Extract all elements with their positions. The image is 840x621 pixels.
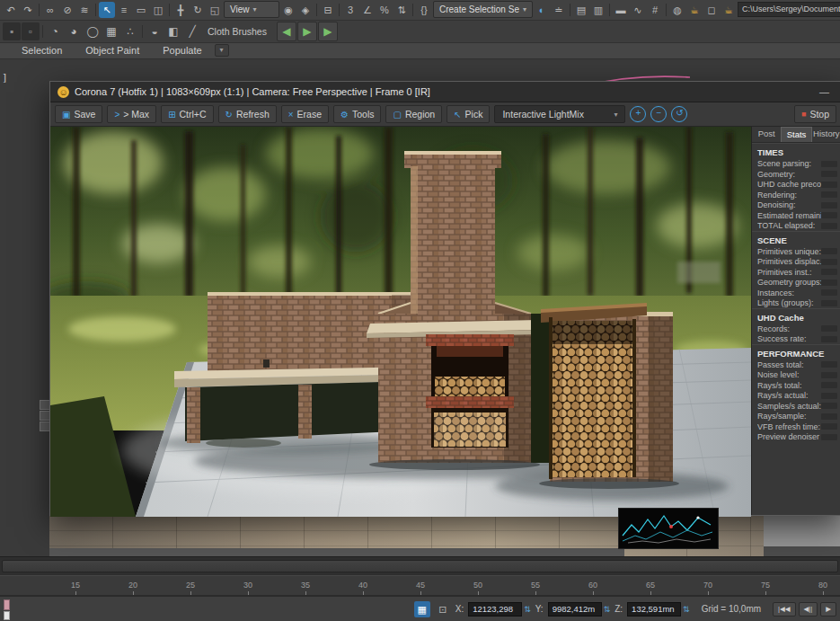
paint-fill-icon[interactable]: ◕ xyxy=(65,22,83,40)
refresh-button[interactable]: ↻Refresh xyxy=(218,105,277,123)
selection-lock-icon[interactable]: ⊡ xyxy=(435,601,451,617)
render-canvas[interactable] xyxy=(50,127,751,517)
ribbon-config-caret-icon[interactable]: ▾ xyxy=(215,44,229,57)
erase-button[interactable]: ×Erase xyxy=(281,105,329,123)
tab-object-paint[interactable]: Object Paint xyxy=(75,43,150,58)
stat-value xyxy=(821,300,837,306)
copy-button[interactable]: ⊞Ctrl+C xyxy=(161,105,213,123)
angle-snap-icon[interactable]: ∠ xyxy=(359,2,376,18)
create-selection-set-value: Create Selection Se xyxy=(439,4,519,14)
zoom-out-icon[interactable]: − xyxy=(650,106,667,122)
stop-render-button[interactable]: ■ Stop xyxy=(794,105,836,123)
material-editor-icon[interactable]: ◍ xyxy=(669,2,685,18)
object-paint-icon[interactable]: ◔ xyxy=(46,22,64,40)
send-to-max-button[interactable]: >> Max xyxy=(107,105,156,123)
workspace-switch-icon[interactable]: ▫ xyxy=(22,22,40,40)
stat-value xyxy=(821,336,837,342)
scene-menu-icon[interactable]: ▪ xyxy=(3,22,21,40)
undo-icon[interactable]: ↶ xyxy=(3,2,19,18)
select-and-link-icon[interactable]: ∞ xyxy=(42,2,58,18)
stat-value xyxy=(821,248,837,254)
pick-button[interactable]: ↖Pick xyxy=(447,105,490,123)
grid-size-label: Grid = 10,0mm xyxy=(702,604,761,614)
listener-macro-pane[interactable] xyxy=(4,599,10,610)
rendered-frame-window-icon[interactable]: ◻ xyxy=(703,2,720,18)
curve-editor-icon[interactable]: ∿ xyxy=(630,2,646,18)
percent-snap-icon[interactable]: % xyxy=(376,2,393,18)
scene-explorer-icon[interactable]: ▤ xyxy=(573,2,589,18)
toolbar-separator xyxy=(412,4,413,16)
chevron-down-icon: ▾ xyxy=(614,111,617,119)
select-object-icon[interactable]: ↖ xyxy=(99,2,115,18)
time-slider[interactable] xyxy=(0,556,840,575)
isolate-selection-icon[interactable]: ▦ xyxy=(414,601,430,617)
create-selection-set-dropdown[interactable]: Create Selection Se ▾ xyxy=(433,1,533,18)
named-selection-sets-icon[interactable]: {} xyxy=(416,2,432,18)
lightmix-dropdown[interactable]: Interactive LightMix ▾ xyxy=(494,105,625,123)
listener-script-pane[interactable] xyxy=(4,611,10,620)
tab-stats[interactable]: Stats xyxy=(781,127,811,142)
scatter-icon[interactable]: ∴ xyxy=(121,22,139,40)
go-to-start-button[interactable]: |◀◀ xyxy=(773,602,795,617)
play-icon[interactable]: ▶ xyxy=(297,22,317,41)
erase-brush-icon[interactable]: ◒ xyxy=(146,22,164,40)
use-pivot-center-icon[interactable]: ◉ xyxy=(280,2,296,18)
schematic-view-icon[interactable]: # xyxy=(647,2,663,18)
ribbon-toggle-icon[interactable]: ▬ xyxy=(613,2,629,18)
select-and-scale-icon[interactable]: ◱ xyxy=(207,2,223,18)
redo-icon[interactable]: ↷ xyxy=(20,2,36,18)
vfb-side-panel: Post Stats History TIMES Scene parsing: … xyxy=(751,127,840,515)
step-back-icon[interactable]: ◀ xyxy=(277,22,296,41)
brush-stroke-icon[interactable]: ╱ xyxy=(183,22,201,40)
layer-explorer-icon[interactable]: ▥ xyxy=(590,2,606,18)
align-icon[interactable]: ≐ xyxy=(551,2,567,18)
x-spinner[interactable]: ⇅ xyxy=(524,605,531,614)
tab-populate[interactable]: Populate xyxy=(152,43,212,58)
y-spinner[interactable]: ⇅ xyxy=(604,605,611,614)
spinner-snap-icon[interactable]: ⇅ xyxy=(393,2,410,18)
maxscript-mini-listener[interactable] xyxy=(4,599,10,618)
render-setup-icon[interactable]: ☕ xyxy=(686,2,703,18)
region-button[interactable]: ▢Region xyxy=(385,105,442,123)
paint-grid-icon[interactable]: ▦ xyxy=(102,22,120,40)
bind-to-space-warp-icon[interactable]: ≋ xyxy=(76,2,93,18)
rectangular-selection-region-icon[interactable]: ▭ xyxy=(133,2,149,18)
save-button[interactable]: ▣Save xyxy=(55,105,102,123)
time-slider-track[interactable] xyxy=(2,560,838,572)
project-path-field[interactable]: C:\Users\Sergey\Documents\3 xyxy=(738,2,840,17)
tools-button[interactable]: ⚙Tools xyxy=(333,105,381,123)
minimize-button[interactable]: — xyxy=(815,86,834,97)
y-coordinate-field[interactable]: 9982,412m xyxy=(548,602,602,617)
tab-selection[interactable]: Selection xyxy=(11,43,73,58)
stat-label: Instances: xyxy=(757,288,821,297)
z-coordinate-field[interactable]: 132,591mn xyxy=(627,602,681,617)
z-spinner[interactable]: ⇅ xyxy=(683,605,690,614)
stat-label: Scene parsing: xyxy=(757,159,821,168)
select-by-name-icon[interactable]: ≡ xyxy=(116,2,132,18)
keyboard-override-icon[interactable]: ⊟ xyxy=(320,2,336,18)
select-and-manipulate-icon[interactable]: ◈ xyxy=(297,2,314,18)
select-and-move-icon[interactable]: ╋ xyxy=(172,2,189,18)
step-forward-icon[interactable]: ▶ xyxy=(318,22,338,41)
reference-coordinate-dropdown[interactable]: View ▾ xyxy=(224,1,279,18)
mirror-icon[interactable]: ◐ xyxy=(534,2,550,18)
vfb-titlebar[interactable]: ☺ Corona 7 (Hotfix 1) | 1083×609px (1:1)… xyxy=(50,82,840,102)
select-and-rotate-icon[interactable]: ↻ xyxy=(190,2,206,18)
transport-controls: |◀◀ ◀|| ▶ xyxy=(773,602,836,617)
snap-3d-icon[interactable]: 3 xyxy=(342,2,358,18)
zoom-in-icon[interactable]: + xyxy=(630,106,646,122)
mask-paint-icon[interactable]: ◧ xyxy=(164,22,182,40)
render-production-icon[interactable]: ☕ xyxy=(721,2,737,18)
play-button[interactable]: ▶ xyxy=(820,602,836,617)
tab-post[interactable]: Post xyxy=(752,127,781,142)
previous-frame-button[interactable]: ◀|| xyxy=(799,602,818,617)
stat-row: Primitives displac.: xyxy=(752,256,840,267)
unlink-selection-icon[interactable]: ⊘ xyxy=(59,2,75,18)
track-bar[interactable]: 1520253035404550556065707580 xyxy=(0,575,840,597)
x-coordinate-field[interactable]: 12123,298 xyxy=(468,602,522,617)
tab-history[interactable]: History xyxy=(812,127,840,142)
brush-radius-icon[interactable]: ◯ xyxy=(84,22,102,40)
zoom-reset-icon[interactable]: ↺ xyxy=(671,106,687,122)
window-crossing-icon[interactable]: ◫ xyxy=(150,2,166,18)
viewport-area[interactable]: ] ☺ Corona 7 (Hotfix 1) | 1083×609px xyxy=(0,59,840,555)
